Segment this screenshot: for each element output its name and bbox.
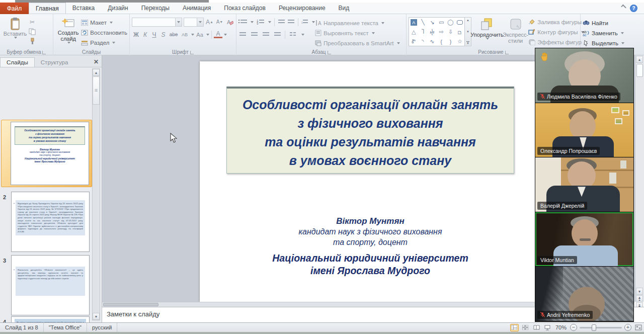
vertical-scrollbar[interactable]: ▲ ▼ ▲▲ ▼▼	[635, 55, 644, 302]
clipboard-dialog-launcher-icon[interactable]	[42, 51, 46, 54]
paragraph-dialog-launcher-icon[interactable]	[328, 51, 331, 54]
ribbon-tab-row: Файл Главная Вставка Дизайн Переходы Ани…	[0, 3, 644, 14]
justify-icon[interactable]	[273, 31, 281, 39]
right-brace-shape-icon: }	[450, 39, 452, 45]
shape-fill-icon	[528, 19, 535, 25]
slide-title-placeholder[interactable]: Особливості організації онлайн занять з …	[226, 87, 514, 174]
slide-sorter-view-icon[interactable]	[521, 324, 530, 331]
font-dialog-launcher-icon[interactable]	[190, 51, 194, 54]
replace-button[interactable]: abac Заменить	[583, 29, 639, 37]
zoom-in-icon[interactable]: +	[624, 324, 631, 331]
zoom-level[interactable]: 70%	[555, 324, 567, 330]
align-center-icon[interactable]	[250, 31, 258, 39]
tab-transitions[interactable]: Переходы	[135, 3, 176, 14]
shape-effects-button[interactable]: Эффекты фигур	[528, 38, 588, 46]
line-spacing-icon[interactable]: ↕	[301, 18, 308, 26]
status-theme[interactable]: "Тема Office"	[44, 323, 87, 332]
fit-slide-to-window-icon[interactable]	[634, 324, 642, 331]
slideshow-view-icon[interactable]	[543, 324, 552, 331]
participant-tile-active-speaker[interactable]: Viktor Muntian	[535, 212, 633, 267]
tab-animations[interactable]: Анимация	[176, 3, 217, 14]
tab-insert[interactable]: Вставка	[66, 3, 102, 14]
font-size-combo[interactable]	[184, 18, 204, 27]
cut-icon[interactable]: ✂	[28, 18, 36, 26]
slide-thumbnail-2[interactable]: • Відповідно до Указу Президента України…	[11, 192, 90, 252]
zoom-slider-knob[interactable]	[592, 324, 596, 331]
tab-design[interactable]: Дизайн	[101, 3, 134, 14]
zoom-out-icon[interactable]: −	[570, 324, 577, 331]
layout-button[interactable]: Макет	[81, 18, 127, 27]
raised-hand-icon	[539, 52, 549, 62]
quick-styles-button[interactable]: Экспресс-стили	[503, 16, 528, 48]
reading-view-icon[interactable]	[532, 324, 541, 331]
text-direction-button[interactable]: A Направление текста	[315, 19, 400, 27]
participant-tile[interactable]: Олександр Попрошаєв	[535, 103, 633, 158]
tab-review[interactable]: Рецензирование	[272, 3, 332, 14]
copy-icon[interactable]	[28, 28, 36, 36]
participant-tile[interactable]: Людмила Василівна Філенко	[535, 48, 633, 103]
close-pane-icon[interactable]: ✕	[94, 58, 99, 65]
section-button[interactable]: Раздел	[81, 38, 127, 47]
numbering-icon[interactable]: 123	[257, 18, 264, 26]
participant-tile[interactable]: Andrii Yefremenko	[535, 267, 633, 321]
italic-button[interactable]: К	[141, 30, 149, 39]
hscroll-thumb[interactable]	[103, 303, 158, 306]
new-slide-button[interactable]: Создать слайд	[55, 16, 81, 48]
font-name-combo[interactable]	[132, 18, 182, 27]
participant-tile[interactable]: Валерій Джерелій	[535, 157, 633, 212]
scroll-down-icon[interactable]: ▼	[93, 313, 100, 320]
select-button[interactable]: Выделить	[583, 39, 639, 47]
shape-outline-button[interactable]: Контур фигуры	[528, 28, 588, 36]
status-language[interactable]: русский	[87, 323, 117, 332]
text-shadow-button[interactable]: S	[159, 30, 168, 39]
slide-thumbnail-1[interactable]: Особливості організації онлайн занять з …	[11, 122, 89, 185]
scroll-down-icon[interactable]: ▼	[636, 288, 643, 295]
help-icon[interactable]: ?	[630, 5, 637, 12]
shapes-gallery[interactable]: A ╲↘ ▭◯ △Ⴈⴕ ⇨⇩🗅 Ꮡ◝∿ {}☆	[409, 17, 465, 46]
format-painter-icon[interactable]	[28, 37, 36, 45]
change-case-button[interactable]: Аа	[195, 30, 205, 39]
zoom-slider[interactable]	[580, 327, 622, 328]
tab-outline-pane[interactable]: Структура	[35, 58, 74, 67]
new-slide-icon	[62, 18, 75, 30]
previous-slide-icon[interactable]: ▲▲	[636, 295, 643, 302]
slide-editing-area[interactable]: Особливості організації онлайн занять з …	[200, 61, 535, 302]
character-spacing-button[interactable]: АВ	[180, 30, 190, 39]
shape-fill-button[interactable]: Заливка фигуры	[528, 18, 588, 26]
thumbnails-scrollbar[interactable]: ▲ ☰ ▼	[92, 68, 100, 320]
normal-view-icon[interactable]	[510, 324, 519, 331]
align-text-button[interactable]: Выровнять текст	[315, 29, 400, 37]
drawing-dialog-launcher-icon[interactable]	[505, 51, 509, 54]
convert-smartart-button[interactable]: Преобразовать в SmartArt	[315, 39, 400, 47]
status-slide-number[interactable]: Слайд 1 из 8	[0, 323, 44, 332]
bold-button[interactable]: Ж	[132, 30, 140, 39]
scroll-up-icon[interactable]: ▲	[636, 56, 643, 63]
strikethrough-button[interactable]: abe	[168, 30, 179, 39]
scrollbar-thumb[interactable]: ☰	[93, 76, 100, 105]
slide-author-placeholder[interactable]: Віктор Мунтян кандидат наук з фізичного …	[226, 216, 514, 277]
tab-home[interactable]: Главная	[29, 3, 66, 14]
tab-view[interactable]: Вид	[332, 3, 356, 14]
align-right-icon[interactable]	[262, 31, 270, 39]
find-button[interactable]: Найти	[583, 19, 639, 27]
shrink-font-icon[interactable]: A▼	[215, 18, 224, 26]
increase-indent-icon[interactable]	[288, 18, 295, 26]
arrange-button[interactable]: Упорядочить	[471, 16, 503, 48]
decrease-indent-icon[interactable]	[278, 18, 285, 26]
tab-slideshow[interactable]: Показ слайдов	[217, 3, 272, 14]
grow-font-icon[interactable]: A▲	[205, 18, 214, 26]
bullets-icon[interactable]	[238, 18, 247, 26]
slide-thumbnail-3[interactable]: • Навчальна дисципліна «Фізичне вихованн…	[11, 255, 90, 315]
underline-button[interactable]: Ч	[150, 30, 158, 39]
scroll-up-icon[interactable]: ▲	[93, 69, 100, 76]
clear-formatting-icon[interactable]: A	[225, 18, 234, 26]
tab-file[interactable]: Файл	[0, 3, 29, 14]
columns-icon[interactable]	[289, 31, 297, 39]
participant-name: Andrii Yefremenko	[547, 312, 590, 318]
vscroll-thumb[interactable]	[636, 64, 643, 77]
font-color-button[interactable]: А	[214, 31, 222, 38]
align-left-icon[interactable]	[238, 31, 247, 39]
tab-slides-pane[interactable]: Слайды	[0, 57, 35, 67]
reset-button[interactable]: Восстановить	[81, 28, 127, 37]
paste-button[interactable]: Вставить	[2, 16, 28, 48]
